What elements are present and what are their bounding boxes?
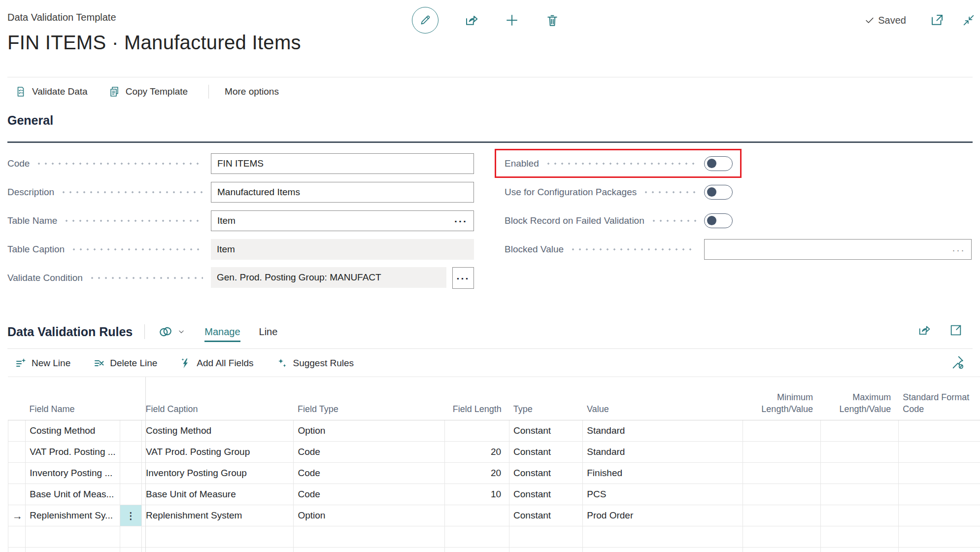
cell-std[interactable] [899, 526, 980, 547]
cell-min[interactable] [743, 463, 821, 483]
cell-max[interactable] [821, 526, 899, 547]
cell-std[interactable] [899, 484, 980, 505]
cell-field-name[interactable]: Inventory Posting ... [26, 463, 120, 483]
cell-field-length[interactable] [445, 505, 509, 526]
share-icon[interactable] [917, 323, 931, 337]
cell-field-name[interactable] [26, 526, 120, 547]
cell-field-caption[interactable]: Replenishment System [142, 505, 294, 526]
column-header-max[interactable]: Maximum Length/Value [821, 377, 899, 420]
cell-type[interactable]: Constant [509, 505, 583, 526]
row-menu-cell[interactable] [120, 548, 142, 552]
tab-line[interactable]: Line [259, 326, 278, 338]
cell-min[interactable] [743, 526, 821, 547]
share-icon[interactable] [464, 13, 479, 28]
column-header-field-length[interactable]: Field Length [445, 377, 509, 420]
row-selector[interactable] [8, 442, 26, 462]
cell-min[interactable] [743, 484, 821, 505]
cell-type[interactable]: Constant [509, 442, 583, 462]
cell-field-name[interactable]: Replenishment Sy... [26, 505, 120, 526]
cell-field-length[interactable] [445, 548, 509, 552]
column-header-field-name[interactable]: Field Name [26, 377, 120, 420]
cell-field-caption[interactable] [142, 548, 294, 552]
cell-type[interactable]: Constant [509, 463, 583, 483]
row-menu-cell[interactable] [120, 420, 142, 441]
column-header-field-caption[interactable]: Field Caption [141, 377, 294, 420]
cell-field-length[interactable]: 20 [445, 442, 509, 462]
cell-field-name[interactable] [26, 548, 120, 552]
cell-field-type[interactable]: Option [294, 505, 444, 526]
cell-field-length[interactable]: 10 [445, 484, 509, 505]
row-menu-dots-icon[interactable]: ⋮ [126, 511, 135, 520]
copilot-icon[interactable] [158, 324, 173, 340]
cell-value[interactable] [583, 548, 743, 552]
cell-field-name[interactable]: Base Unit of Meas... [26, 484, 120, 505]
block-record-on-failed-validation-toggle[interactable] [704, 213, 733, 228]
cell-std[interactable] [899, 442, 980, 462]
open-in-window-icon[interactable] [930, 13, 945, 28]
blocked-value-input[interactable]: ··· [704, 239, 972, 260]
column-header-value[interactable]: Value [583, 377, 743, 420]
delete-line-button[interactable]: Delete Line [93, 357, 157, 369]
validate-data-button[interactable]: Validate Data [15, 86, 88, 98]
validate-condition-assist-edit-button[interactable]: ··· [452, 267, 474, 289]
cell-field-caption[interactable]: Inventory Posting Group [142, 463, 294, 483]
cell-max[interactable] [821, 442, 899, 462]
cell-max[interactable] [821, 463, 899, 483]
cell-field-type[interactable] [294, 526, 444, 547]
cell-value[interactable]: Finished [583, 463, 743, 483]
cell-value[interactable]: Standard [583, 442, 743, 462]
edit-icon[interactable] [412, 7, 439, 34]
cell-field-caption[interactable]: VAT Prod. Posting Group [142, 442, 294, 462]
cell-min[interactable] [743, 548, 821, 552]
cell-field-length[interactable]: 20 [445, 463, 509, 483]
unpin-icon[interactable] [951, 356, 965, 370]
column-header-min[interactable]: Minimum Length/Value [743, 377, 821, 420]
cell-value[interactable] [583, 526, 743, 547]
cell-std[interactable] [899, 548, 980, 552]
cell-field-caption[interactable]: Base Unit of Measure [142, 484, 294, 505]
column-header-type[interactable]: Type [509, 377, 583, 420]
new-line-button[interactable]: New Line [15, 357, 70, 369]
row-selector[interactable]: → [8, 505, 26, 526]
cell-field-type[interactable]: Code [294, 484, 444, 505]
row-selector[interactable] [8, 420, 26, 441]
row-selector[interactable] [8, 548, 26, 552]
row-selector[interactable] [8, 463, 26, 483]
copy-template-button[interactable]: Copy Template [108, 86, 188, 98]
cell-max[interactable] [821, 505, 899, 526]
cell-field-name[interactable]: Costing Method [26, 420, 120, 441]
chevron-down-icon[interactable] [177, 327, 186, 336]
enabled-toggle[interactable] [704, 156, 733, 171]
cell-field-caption[interactable] [142, 526, 294, 547]
tab-manage[interactable]: Manage [204, 326, 240, 338]
focus-mode-icon[interactable] [949, 323, 963, 337]
cell-type[interactable]: Constant [509, 484, 583, 505]
cell-field-length[interactable] [445, 420, 509, 441]
cell-min[interactable] [743, 420, 821, 441]
assist-edit-ellipsis-icon[interactable]: ··· [454, 216, 468, 226]
collapse-layout-icon[interactable] [961, 13, 976, 28]
description-input[interactable]: Manufactured Items [211, 182, 474, 203]
cell-std[interactable] [899, 505, 980, 526]
use-for-configuration-packages-toggle[interactable] [704, 185, 733, 200]
cell-field-caption[interactable]: Costing Method [142, 420, 294, 441]
cell-value[interactable]: Prod Order [583, 505, 743, 526]
cell-type[interactable] [509, 526, 583, 547]
cell-max[interactable] [821, 484, 899, 505]
row-menu-cell[interactable] [120, 484, 142, 505]
cell-min[interactable] [743, 442, 821, 462]
cell-field-name[interactable]: VAT Prod. Posting ... [26, 442, 120, 462]
add-icon[interactable] [505, 13, 519, 28]
cell-field-type[interactable] [294, 548, 444, 552]
add-all-fields-button[interactable]: Add All Fields [180, 357, 253, 369]
row-selector[interactable] [8, 484, 26, 505]
column-header-std[interactable]: Standard Format Code [899, 377, 980, 420]
cell-max[interactable] [821, 548, 899, 552]
delete-icon[interactable] [545, 13, 560, 28]
cell-max[interactable] [821, 420, 899, 441]
cell-type[interactable]: Constant [509, 420, 583, 441]
cell-type[interactable] [509, 548, 583, 552]
row-menu-cell[interactable] [120, 526, 142, 547]
row-selector[interactable] [8, 526, 26, 547]
cell-value[interactable]: Standard [583, 420, 743, 441]
